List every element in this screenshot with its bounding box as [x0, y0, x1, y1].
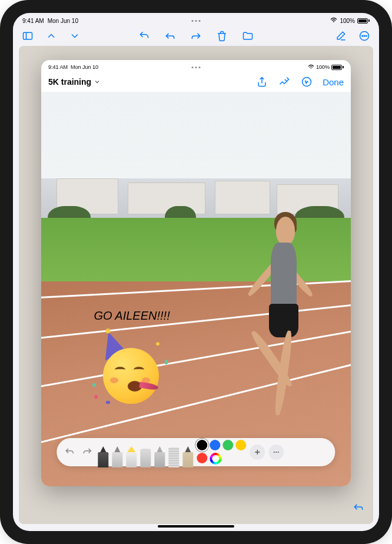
photo-runner: [240, 203, 326, 439]
multitask-dots-icon[interactable]: [192, 20, 201, 22]
highlighter-tool[interactable]: [126, 444, 137, 467]
undo-icon[interactable]: [138, 29, 151, 42]
more-tools-button[interactable]: [268, 445, 284, 460]
undo-button[interactable]: [62, 445, 77, 459]
inner-multitask-dots-icon[interactable]: [192, 67, 201, 68]
color-swatch-black[interactable]: [197, 440, 207, 450]
color-swatches: [197, 440, 246, 465]
trash-icon[interactable]: [215, 29, 228, 42]
battery-percent: 100%: [340, 18, 355, 24]
share-icon[interactable]: [190, 29, 202, 42]
screen: 9:41 AM Mon Jun 10 100%: [13, 13, 379, 531]
autoshape-icon[interactable]: [300, 75, 313, 88]
lasso-tool[interactable]: [154, 444, 165, 467]
svg-point-9: [274, 452, 275, 453]
compose-icon[interactable]: [334, 29, 347, 42]
text-annotation[interactable]: GO AILEEN!!!!: [94, 309, 170, 323]
outer-app-toolbar: [13, 26, 379, 46]
inner-battery-icon: [331, 65, 344, 70]
svg-point-5: [366, 35, 367, 37]
done-button[interactable]: Done: [323, 77, 344, 87]
chevron-up-icon[interactable]: [45, 29, 58, 42]
color-swatch-yellow[interactable]: [235, 440, 246, 450]
svg-point-11: [278, 452, 279, 453]
ipad-frame: 9:41 AM Mon Jun 10 100%: [0, 0, 392, 544]
inner-wifi-icon: [308, 64, 314, 71]
add-button[interactable]: [250, 445, 265, 460]
svg-point-4: [364, 35, 365, 37]
inner-status-time: 9:41 AM: [48, 64, 68, 70]
color-picker-button[interactable]: [210, 453, 221, 465]
pencil-tool[interactable]: [182, 444, 193, 467]
party-face-emoji-sticker[interactable]: [97, 336, 168, 407]
status-time: 9:41 AM: [22, 18, 44, 24]
inner-battery-percent: 100%: [316, 64, 330, 70]
reply-arrow-icon[interactable]: [352, 500, 365, 513]
chevron-down-icon[interactable]: [68, 29, 81, 42]
redo-button[interactable]: [80, 445, 94, 459]
reply-icon[interactable]: [164, 29, 177, 42]
home-indicator[interactable]: [158, 525, 234, 528]
markup-toggle-icon[interactable]: [278, 75, 291, 88]
markup-tool-palette: [57, 438, 335, 466]
inner-status-bar: 9:41 AM Mon Jun 10 100%: [41, 60, 351, 72]
folder-icon[interactable]: [241, 29, 254, 42]
battery-icon: [357, 18, 370, 24]
svg-point-10: [275, 452, 277, 453]
markup-window: 9:41 AM Mon Jun 10 100% 5K training: [41, 60, 351, 486]
color-swatch-blue[interactable]: [210, 440, 220, 450]
outer-status-bar: 9:41 AM Mon Jun 10 100%: [13, 13, 379, 26]
sidebar-toggle-icon[interactable]: [21, 29, 34, 42]
ruler-tool[interactable]: [168, 444, 179, 467]
pen-tool[interactable]: [98, 444, 108, 467]
photo-canvas[interactable]: GO AILEEN!!!!: [41, 92, 351, 486]
color-swatch-red[interactable]: [197, 453, 207, 463]
more-icon[interactable]: [358, 29, 371, 42]
markup-header: 5K training Done: [41, 72, 351, 92]
inner-status-date: Mon Jun 10: [71, 64, 98, 70]
status-date: Mon Jun 10: [48, 18, 78, 24]
eraser-tool[interactable]: [140, 444, 151, 467]
note-title-dropdown[interactable]: 5K training: [48, 77, 101, 87]
note-title: 5K training: [48, 77, 91, 87]
svg-rect-0: [24, 32, 32, 39]
marker-tool[interactable]: [112, 444, 122, 467]
wifi-icon: [330, 17, 337, 24]
color-swatch-green[interactable]: [222, 440, 233, 450]
share-sheet-icon[interactable]: [255, 75, 268, 88]
svg-point-3: [362, 35, 363, 37]
